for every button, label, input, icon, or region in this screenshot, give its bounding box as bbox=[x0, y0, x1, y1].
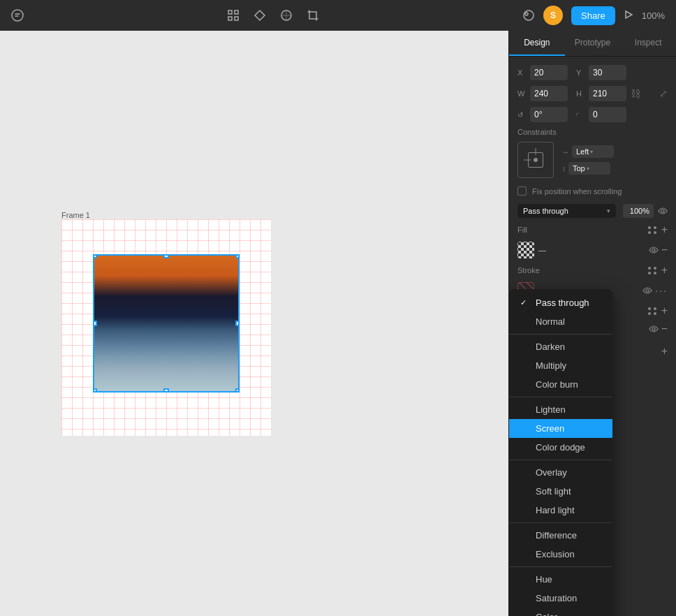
fill-color-swatch[interactable] bbox=[517, 242, 534, 258]
resize-handle-tl[interactable] bbox=[93, 254, 97, 258]
toolbar: S Share 100% bbox=[0, 0, 676, 31]
fix-position-row: Fix position when scrolling bbox=[517, 186, 668, 196]
fill-add-button[interactable]: + bbox=[661, 223, 668, 236]
constraint-diagram bbox=[517, 142, 554, 178]
blend-option-multiply[interactable]: Multiply bbox=[509, 356, 612, 375]
blend-option-normal[interactable]: Normal bbox=[509, 312, 612, 331]
link-icon[interactable]: ⛓ bbox=[631, 88, 640, 99]
constraint-selects: ↔ Left ▾ ↕ Top ▾ bbox=[562, 145, 668, 175]
effects-visibility-icon[interactable] bbox=[649, 324, 659, 335]
blend-option-screen[interactable]: Screen bbox=[509, 419, 612, 438]
stroke-section-header: Stroke + bbox=[517, 264, 668, 277]
dot bbox=[648, 312, 651, 315]
blend-option-color-dodge[interactable]: Color dodge bbox=[509, 438, 612, 457]
h-input[interactable] bbox=[589, 86, 626, 101]
fill-remove-button[interactable]: − bbox=[661, 244, 668, 256]
svg-point-8 bbox=[661, 210, 664, 212]
dropdown-divider-4 bbox=[509, 522, 612, 523]
resize-handle-bm[interactable] bbox=[163, 388, 169, 393]
dot bbox=[654, 267, 656, 270]
horizontal-constraint-select[interactable]: Left ▾ bbox=[572, 145, 614, 158]
chat-icon[interactable] bbox=[11, 9, 24, 22]
present-icon[interactable] bbox=[522, 9, 535, 22]
play-icon[interactable] bbox=[624, 10, 633, 22]
w-input[interactable] bbox=[530, 86, 568, 101]
svg-point-11 bbox=[652, 328, 655, 330]
vertical-constraint-select[interactable]: Top ▾ bbox=[568, 162, 610, 175]
blend-mode-dropdown: ✓ Pass through Normal Darken Multiply Co… bbox=[509, 289, 612, 616]
fill-section-header: Fill + bbox=[517, 223, 668, 236]
horizontal-constraint-row: ↔ Left ▾ bbox=[562, 145, 668, 158]
blend-option-color[interactable]: Color bbox=[509, 608, 612, 616]
blend-option-exclusion[interactable]: Exclusion bbox=[509, 545, 612, 564]
y-input[interactable] bbox=[589, 65, 626, 80]
blend-option-soft-light[interactable]: Soft light bbox=[509, 482, 612, 501]
resize-handle-tr[interactable] bbox=[235, 254, 240, 258]
fill-visibility-icon[interactable] bbox=[649, 245, 659, 256]
blend-option-hard-light[interactable]: Hard light bbox=[509, 501, 612, 520]
component-icon[interactable] bbox=[254, 9, 266, 22]
effects-grid-dots bbox=[648, 305, 657, 317]
tab-design[interactable]: Design bbox=[509, 31, 565, 56]
effects-remove-button[interactable]: − bbox=[661, 323, 668, 335]
expand-icon[interactable]: ⤢ bbox=[659, 88, 668, 99]
constraints-label: Constraints bbox=[517, 128, 668, 136]
xy-row: X Y bbox=[517, 65, 668, 80]
tab-inspect[interactable]: Inspect bbox=[620, 31, 676, 56]
resize-handle-mr[interactable] bbox=[235, 321, 240, 326]
blend-mode-select[interactable]: Pass through ▾ bbox=[517, 204, 616, 218]
stroke-more-button[interactable]: ··· bbox=[655, 285, 668, 296]
radius-input[interactable] bbox=[589, 107, 626, 122]
tab-prototype[interactable]: Prototype bbox=[565, 31, 621, 56]
dot bbox=[654, 307, 656, 310]
blend-option-pass-through[interactable]: ✓ Pass through bbox=[509, 293, 612, 312]
svg-point-9 bbox=[652, 249, 655, 251]
resize-handle-ml[interactable] bbox=[93, 321, 97, 326]
frame-icon[interactable] bbox=[227, 9, 240, 22]
rotation-input[interactable] bbox=[530, 107, 568, 122]
right-panel: Design Prototype Inspect X Y W H ⛓ ⤢ ↺ bbox=[508, 31, 676, 616]
mask-icon[interactable] bbox=[280, 9, 293, 22]
blend-option-difference[interactable]: Difference bbox=[509, 526, 612, 545]
blend-option-overlay[interactable]: Overlay bbox=[509, 463, 612, 482]
visibility-toggle[interactable] bbox=[658, 206, 668, 217]
effects-add-button[interactable]: + bbox=[661, 305, 668, 317]
fix-position-checkbox[interactable] bbox=[517, 186, 527, 196]
dot bbox=[654, 312, 656, 315]
zoom-level[interactable]: 100% bbox=[642, 10, 665, 21]
svg-point-10 bbox=[646, 289, 649, 292]
blend-option-color-burn[interactable]: Color burn bbox=[509, 375, 612, 394]
dropdown-divider-3 bbox=[509, 460, 612, 460]
svg-point-0 bbox=[12, 10, 23, 21]
dot bbox=[648, 267, 651, 270]
dot bbox=[654, 272, 656, 274]
stroke-add-button[interactable]: + bbox=[661, 264, 668, 277]
svg-rect-2 bbox=[235, 10, 238, 14]
canvas: Frame 1 240 × 210 bbox=[0, 31, 508, 616]
svg-rect-3 bbox=[228, 17, 232, 20]
x-input[interactable] bbox=[530, 65, 568, 80]
dropdown-divider-1 bbox=[509, 334, 612, 335]
blend-option-darken[interactable]: Darken bbox=[509, 337, 612, 356]
blend-option-saturation[interactable]: Saturation bbox=[509, 589, 612, 608]
svg-rect-4 bbox=[235, 17, 238, 20]
stroke-visibility-icon[interactable] bbox=[642, 286, 652, 296]
opacity-input[interactable] bbox=[623, 204, 654, 218]
resize-handle-br[interactable] bbox=[235, 388, 240, 393]
frame-container[interactable]: 240 × 210 bbox=[61, 219, 271, 436]
dot bbox=[648, 307, 651, 310]
image-element[interactable]: 240 × 210 bbox=[93, 254, 240, 393]
share-button[interactable]: Share bbox=[571, 6, 615, 25]
blend-option-lighten[interactable]: Lighten bbox=[509, 400, 612, 419]
user-avatar[interactable]: S bbox=[543, 6, 563, 25]
export-add-button[interactable]: + bbox=[661, 345, 668, 358]
y-label: Y bbox=[576, 68, 586, 77]
resize-handle-tm[interactable] bbox=[163, 254, 169, 258]
vertical-arrow-icon: ↕ bbox=[562, 165, 566, 173]
resize-handle-bl[interactable] bbox=[93, 388, 97, 393]
radius-label: ◜ bbox=[576, 111, 586, 119]
blend-option-hue[interactable]: Hue bbox=[509, 570, 612, 589]
crop-icon[interactable] bbox=[307, 9, 319, 22]
image-placeholder bbox=[94, 256, 238, 391]
stroke-grid-dots bbox=[648, 264, 657, 277]
